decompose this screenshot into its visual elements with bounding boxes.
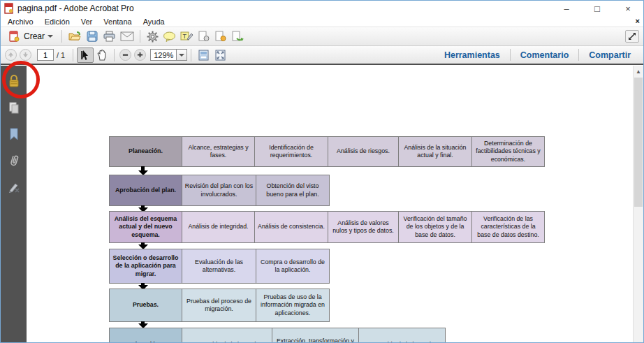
menu-ver[interactable]: Ver — [75, 16, 98, 27]
zoom-level-value[interactable]: 129% — [150, 49, 177, 61]
phase-task-cell: Análisis de integridad. — [182, 211, 255, 243]
document-page[interactable]: Planeación.Alcance, estrategias y fases.… — [27, 66, 633, 342]
open-file-button[interactable] — [66, 29, 84, 44]
tab-comentario[interactable]: Comentario — [511, 46, 578, 64]
save-button[interactable] — [84, 29, 101, 44]
document-badge-icon — [214, 31, 227, 42]
gear-icon — [147, 31, 159, 43]
zoom-in-button[interactable] — [134, 49, 146, 61]
close-button[interactable]: × — [613, 1, 643, 16]
phase-task-cell: Pruebas de uso de la información migrada… — [256, 289, 330, 322]
flow-row-migracion: Migración.Respaldo de la base deExtracci… — [109, 328, 446, 342]
arrow-up-icon — [8, 52, 14, 58]
flow-row-pruebas: Pruebas.Pruebas del proceso de migración… — [109, 289, 330, 322]
crear-button[interactable]: Crear — [3, 29, 58, 44]
comment-button[interactable] — [161, 29, 178, 44]
zoom-out-button[interactable] — [119, 49, 131, 61]
menu-ventana[interactable]: Ventana — [98, 16, 137, 27]
phase-task-cell: Pruebas del proceso de migración. — [182, 289, 256, 322]
phase-task-cell: Análisis de riesgos. — [328, 136, 399, 167]
navigation-toolbar: / 1 129% — [1, 46, 643, 65]
menu-ayuda[interactable]: Ayuda — [138, 16, 170, 27]
phase-task-cell: Verificación del tamaño de los objetos y… — [398, 211, 472, 243]
menu-edicion[interactable]: Edición — [39, 16, 75, 27]
flow-row-seleccion-o-desarrollo-de-la-aplicacion-para-migrar: Selección o desarrollo de la aplicación … — [109, 249, 330, 284]
toolbar-separator — [191, 49, 191, 61]
phase-header: Migración. — [109, 328, 182, 342]
phase-task-cell: Extracción, transformación y carga — [272, 328, 359, 342]
document-export-button[interactable] — [229, 29, 246, 44]
chevron-down-icon — [47, 35, 53, 38]
lock-icon — [8, 74, 20, 88]
phase-task-cell: Análisis de consistencia. — [254, 211, 328, 243]
menu-archivo[interactable]: Archivo — [1, 16, 39, 27]
email-button[interactable] — [118, 29, 136, 44]
phase-task-cell: Análisis de valores nulos y tipos de dat… — [328, 211, 399, 243]
phase-task-cell: Compra o desarrollo de la aplicación. — [256, 249, 330, 284]
previous-page-button[interactable] — [5, 49, 17, 61]
close-document-icon[interactable]: × — [636, 16, 640, 27]
page-number-input[interactable] — [37, 49, 54, 61]
scrollbar-thumb[interactable] — [634, 78, 643, 207]
document-export-icon — [231, 31, 244, 42]
email-icon — [120, 31, 134, 41]
window-controls: – □ × — [551, 1, 643, 16]
zoom-dropdown-button[interactable] — [177, 49, 187, 61]
acrobat-window: pagina.pdf - Adobe Acrobat Pro – □ × Arc… — [0, 0, 644, 343]
toolbar-separator — [140, 30, 140, 43]
tab-compartir[interactable]: Compartir — [579, 46, 641, 64]
select-tool-button[interactable] — [77, 48, 94, 63]
settings-button[interactable] — [144, 29, 161, 44]
attachments-panel-button[interactable] — [6, 152, 22, 169]
document-badge-button[interactable] — [212, 29, 229, 44]
fit-width-icon — [198, 50, 210, 61]
document-status-button[interactable] — [196, 29, 212, 44]
chevron-down-icon — [179, 54, 184, 57]
fit-page-icon — [214, 50, 226, 61]
phase-header: Planeación. — [109, 136, 182, 167]
next-page-button[interactable] — [20, 49, 31, 61]
minimize-button[interactable]: – — [551, 1, 582, 16]
main-area: Planeación.Alcance, estrategias y fases.… — [1, 66, 643, 342]
flow-row-aprobacion-del-plan: Aprobación del plan.Revisión del plan co… — [109, 175, 330, 206]
phase-task-cell: Verificación de las características de l… — [471, 211, 545, 243]
navigation-sidebar — [1, 66, 27, 342]
toolbar-separator — [61, 30, 62, 43]
phase-task-cell: Alcance, estrategias y fases. — [182, 136, 255, 167]
page-thumbnails-button[interactable] — [6, 99, 22, 116]
phase-task-cell: Obtención del visto bueno para el plan. — [256, 175, 330, 206]
phase-header: Aprobación del plan. — [109, 175, 182, 206]
bookmarks-panel-button[interactable] — [6, 126, 22, 143]
scroll-up-arrow-icon[interactable]: ▲ — [634, 66, 643, 77]
plus-icon — [137, 52, 143, 58]
page-count-label: / 1 — [57, 51, 65, 59]
hand-icon — [96, 50, 108, 61]
signatures-panel-button[interactable] — [6, 179, 22, 196]
cursor-arrow-icon — [80, 50, 90, 61]
menu-bar: ArchivoEdiciónVerVentanaAyuda× — [1, 16, 643, 27]
collapse-toolbar-button[interactable] — [625, 30, 639, 43]
main-toolbar: Crear — [1, 27, 643, 46]
vertical-scrollbar[interactable]: ▲ — [633, 66, 643, 342]
tab-herramientas[interactable]: Herramientas — [434, 46, 510, 64]
right-panel-tabs: HerramientasComentarioCompartir — [434, 46, 641, 64]
print-button[interactable] — [101, 29, 118, 44]
phase-task-cell: Análisis de la situación actual y final. — [398, 136, 472, 167]
flow-row-analisis-del-esquema-actual-y-del-nuevo-esquema: Análisis del esquema actual y del nuevo … — [109, 211, 545, 243]
security-panel-button[interactable] — [6, 73, 22, 89]
pages-icon — [8, 101, 20, 114]
phase-task-cell: Determinación de factibilidades técnicas… — [471, 136, 545, 167]
phase-task-cell: Respaldo de la base de — [358, 328, 446, 342]
minus-icon — [122, 52, 129, 58]
phase-header: Selección o desarrollo de la aplicación … — [109, 249, 182, 284]
maximize-button[interactable]: □ — [582, 1, 613, 16]
phase-task-cell: Evaluación de las alternativas. — [182, 249, 256, 284]
highlight-text-button[interactable]: T — [178, 29, 196, 44]
flow-row-planeacion: Planeación.Alcance, estrategias y fases.… — [109, 136, 545, 167]
fit-page-button[interactable] — [212, 48, 228, 63]
comment-bubble-icon — [163, 31, 176, 42]
hand-tool-button[interactable] — [94, 48, 110, 63]
fit-width-button[interactable] — [195, 48, 212, 63]
title-bar: pagina.pdf - Adobe Acrobat Pro – □ × — [1, 1, 643, 16]
crear-label: Crear — [24, 31, 45, 41]
